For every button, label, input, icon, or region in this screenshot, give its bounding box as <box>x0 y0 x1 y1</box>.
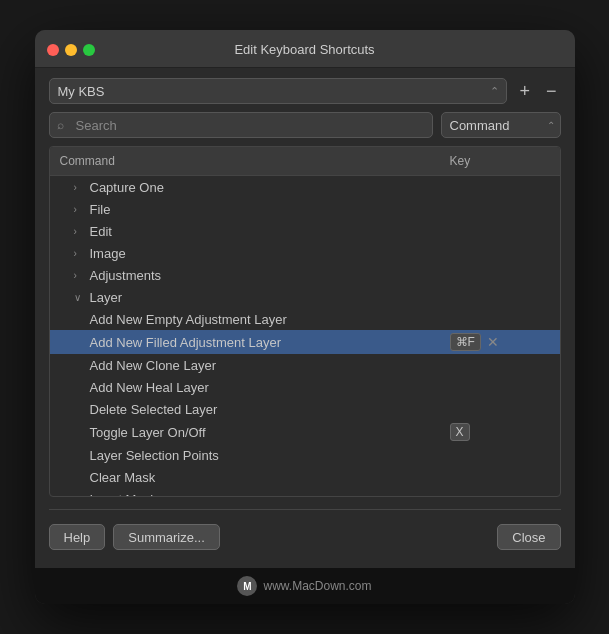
row-key: X <box>440 420 560 444</box>
table-row[interactable]: › Edit <box>50 220 560 242</box>
main-content: My KBS + − ⌕ Command Command Key <box>35 68 575 568</box>
remove-kbs-button[interactable]: − <box>542 80 561 102</box>
row-key <box>440 272 560 278</box>
key-badge: X <box>450 423 470 441</box>
add-kbs-button[interactable]: + <box>515 80 534 102</box>
row-label: Add New Empty Adjustment Layer <box>50 309 440 330</box>
table-row[interactable]: Delete Selected Layer <box>50 398 560 420</box>
row-key <box>440 362 560 368</box>
watermark-text: www.MacDown.com <box>263 579 371 593</box>
table-row[interactable]: Toggle Layer On/Off X <box>50 420 560 444</box>
search-wrap: ⌕ <box>49 112 433 138</box>
titlebar: Edit Keyboard Shortcuts <box>35 30 575 68</box>
row-key <box>440 206 560 212</box>
row-label: Add New Heal Layer <box>50 377 440 398</box>
table-row[interactable]: › Adjustments <box>50 264 560 286</box>
bottom-bar: Help Summarize... Close <box>49 520 561 558</box>
window-title: Edit Keyboard Shortcuts <box>234 42 374 57</box>
key-column-header: Key <box>440 152 560 170</box>
divider <box>49 509 561 510</box>
table-row[interactable]: › Image <box>50 242 560 264</box>
search-row: ⌕ Command <box>49 112 561 138</box>
row-label: Toggle Layer On/Off <box>50 422 440 443</box>
chevron-down-icon: ∨ <box>74 292 86 303</box>
shortcuts-table: Command Key › Capture One › File <box>49 146 561 497</box>
row-label: › Capture One <box>50 177 440 198</box>
summarize-button[interactable]: Summarize... <box>113 524 220 550</box>
chevron-right-icon: › <box>74 182 86 193</box>
search-icon: ⌕ <box>57 118 64 132</box>
row-key <box>440 452 560 458</box>
table-row[interactable]: Add New Filled Adjustment Layer ⌘F ✕ <box>50 330 560 354</box>
row-label: Clear Mask <box>50 467 440 488</box>
search-input[interactable] <box>49 112 433 138</box>
kbs-select[interactable]: My KBS <box>49 78 508 104</box>
row-label: › Edit <box>50 221 440 242</box>
row-key <box>440 250 560 256</box>
key-badge: ⌘F <box>450 333 481 351</box>
close-button[interactable] <box>47 44 59 56</box>
row-key: ⌘F ✕ <box>440 330 560 354</box>
close-button[interactable]: Close <box>497 524 560 550</box>
keyboard-shortcuts-window: Edit Keyboard Shortcuts My KBS + − ⌕ Com… <box>35 30 575 604</box>
row-key <box>440 184 560 190</box>
row-label: › File <box>50 199 440 220</box>
watermark-logo: M <box>237 576 257 596</box>
table-row[interactable]: Clear Mask <box>50 466 560 488</box>
minimize-button[interactable] <box>65 44 77 56</box>
chevron-right-icon: › <box>74 270 86 281</box>
table-row[interactable]: ∨ Layer <box>50 286 560 308</box>
chevron-right-icon: › <box>74 204 86 215</box>
filter-select-wrap: Command <box>441 112 561 138</box>
row-label: Add New Filled Adjustment Layer <box>50 332 440 353</box>
kbs-row: My KBS + − <box>49 78 561 104</box>
table-body[interactable]: › Capture One › File › <box>50 176 560 496</box>
row-key <box>440 474 560 480</box>
clear-key-button[interactable]: ✕ <box>487 335 499 349</box>
row-key <box>440 294 560 300</box>
table-row[interactable]: › Capture One <box>50 176 560 198</box>
row-label: › Image <box>50 243 440 264</box>
table-row[interactable]: › File <box>50 198 560 220</box>
row-label: ∨ Layer <box>50 287 440 308</box>
row-label: Invert Mask <box>50 489 440 497</box>
row-label: Add New Clone Layer <box>50 355 440 376</box>
filter-select[interactable]: Command <box>441 112 561 138</box>
maximize-button[interactable] <box>83 44 95 56</box>
help-button[interactable]: Help <box>49 524 106 550</box>
table-row[interactable]: Add New Heal Layer <box>50 376 560 398</box>
command-column-header: Command <box>50 152 440 170</box>
table-row[interactable]: Invert Mask <box>50 488 560 496</box>
table-row[interactable]: Layer Selection Points <box>50 444 560 466</box>
row-key <box>440 406 560 412</box>
bottom-left-buttons: Help Summarize... <box>49 524 220 550</box>
row-key <box>440 228 560 234</box>
traffic-lights <box>47 44 95 56</box>
watermark: M www.MacDown.com <box>35 568 575 604</box>
table-row[interactable]: Add New Clone Layer <box>50 354 560 376</box>
chevron-right-icon: › <box>74 226 86 237</box>
row-key <box>440 384 560 390</box>
table-header: Command Key <box>50 147 560 176</box>
row-label: Layer Selection Points <box>50 445 440 466</box>
row-key <box>440 316 560 322</box>
row-label: › Adjustments <box>50 265 440 286</box>
table-row[interactable]: Add New Empty Adjustment Layer <box>50 308 560 330</box>
row-label: Delete Selected Layer <box>50 399 440 420</box>
chevron-right-icon: › <box>74 248 86 259</box>
kbs-select-wrap: My KBS <box>49 78 508 104</box>
